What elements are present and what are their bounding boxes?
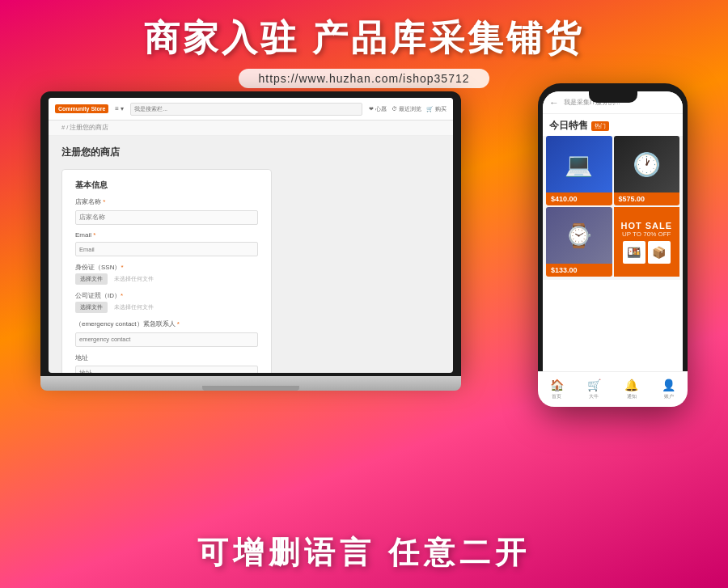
phone-screen: ← 我是采集IT服务的... 今日特售 热门 💻 <box>543 91 683 399</box>
phone-notch <box>589 91 637 103</box>
ssn-upload-btn[interactable]: 选择文件 <box>75 273 108 285</box>
product-card-laptop[interactable]: 💻 $410.00 <box>546 136 612 205</box>
notification-icon: 🔔 <box>624 379 638 391</box>
laptop-base <box>40 376 461 391</box>
email-label: Email * <box>75 231 258 239</box>
phone-device: ← 我是采集IT服务的... 今日特售 热门 💻 <box>538 83 688 407</box>
nav-item-home[interactable]: 🏠 首页 <box>550 379 564 399</box>
notification-label: 通知 <box>627 393 637 399</box>
emergency-contact-input[interactable] <box>75 332 258 347</box>
hot-sale-banner: HOT SALE UP TO 70% OFF 🍱 📦 <box>614 207 680 277</box>
nav-item-cart[interactable]: 🛒 大牛 <box>587 379 601 399</box>
recent-link[interactable]: ⏱ 最近浏览 <box>392 105 421 113</box>
hot-badge: 热门 <box>591 121 609 131</box>
address-field: 地址 <box>75 353 258 374</box>
emergency-contact-label: （emergency contact）紧急联系人 * <box>75 319 258 328</box>
laptop-product-img: 💻 <box>546 136 612 192</box>
watch-product-img: 🕐 <box>614 136 680 192</box>
product-card-watch[interactable]: 🕐 $575.00 <box>614 136 680 205</box>
form-section-title: 基本信息 <box>75 180 258 191</box>
search-input[interactable] <box>130 103 362 116</box>
ssn-upload-hint: 未选择任何文件 <box>114 275 154 283</box>
footer-text: 可增删语言 任意二开 <box>0 532 728 573</box>
hot-sale-title: HOT SALE <box>620 221 672 231</box>
laptop-screen: Community Store ≡ ▾ ❤ 心愿 ⏱ 最近浏览 🛒 购买 # /… <box>40 91 461 376</box>
store-name-field: 店家名称 * <box>75 197 258 225</box>
register-form-card: 基本信息 店家名称 * Email * <box>61 169 272 373</box>
address-label: 地址 <box>75 353 258 362</box>
laptop-price: $410.00 <box>546 192 612 205</box>
company-id-upload-hint: 未选择任何文件 <box>114 303 154 311</box>
url-bar: https://www.huzhan.com/ishop35712 <box>239 69 489 88</box>
ssn-label: 身份证（SSN）* <box>75 263 258 272</box>
product-card-fitband[interactable]: ⌚ $133.00 <box>546 207 612 277</box>
hot-sale-item-1: 🍱 <box>623 241 645 264</box>
laptop-device: Community Store ≡ ▾ ❤ 心愿 ⏱ 最近浏览 🛒 购买 # /… <box>40 91 461 391</box>
wishlist-link[interactable]: ❤ 心愿 <box>369 105 387 113</box>
company-id-field: 公司证照（ID）* 选择文件 未选择任何文件 <box>75 291 258 313</box>
emergency-contact-field: （emergency contact）紧急联系人 * <box>75 319 258 347</box>
account-icon: 👤 <box>662 379 675 391</box>
menu-icon[interactable]: ≡ ▾ <box>115 105 124 112</box>
phone-bottom-nav: 🏠 首页 🛒 大牛 🔔 通知 👤 账户 <box>543 371 683 399</box>
ssn-field: 身份证（SSN）* 选择文件 未选择任何文件 <box>75 263 258 285</box>
hot-sale-subtitle: UP TO 70% OFF <box>622 231 671 238</box>
address-input[interactable] <box>75 366 258 373</box>
devices-area: Community Store ≡ ▾ ❤ 心愿 ⏱ 最近浏览 🛒 购买 # /… <box>0 91 728 588</box>
store-name-label: 店家名称 * <box>75 197 258 206</box>
product-grid: 💻 $410.00 🕐 $575.00 <box>543 136 683 280</box>
email-field: Email * <box>75 231 258 257</box>
store-name-input[interactable] <box>75 210 258 225</box>
laptop-content: Community Store ≡ ▾ ❤ 心愿 ⏱ 最近浏览 🛒 购买 # /… <box>49 98 453 373</box>
header-actions: ❤ 心愿 ⏱ 最近浏览 🛒 购买 <box>369 105 447 113</box>
hot-sale-item-2: 📦 <box>648 241 671 264</box>
cart-icon: 🛒 <box>587 379 601 391</box>
main-container: 商家入驻 产品库采集铺货 https://www.huzhan.com/isho… <box>0 0 728 588</box>
nav-item-account[interactable]: 👤 账户 <box>662 379 675 399</box>
page-title: 商家入驻 产品库采集铺货 <box>144 15 584 62</box>
company-id-upload-btn[interactable]: 选择文件 <box>75 302 108 313</box>
breadcrumb: # / 注册您的商店 <box>49 121 453 136</box>
back-arrow-icon[interactable]: ← <box>549 97 559 108</box>
account-label: 账户 <box>664 393 674 399</box>
website-content: 注册您的商店 基本信息 店家名称 * Email * <box>49 136 453 373</box>
cart-link[interactable]: 🛒 购买 <box>426 105 447 113</box>
home-label: 首页 <box>552 393 561 399</box>
cart-label: 大牛 <box>589 393 599 399</box>
phone-outer: ← 我是采集IT服务的... 今日特售 热门 💻 <box>538 83 688 407</box>
home-icon: 🏠 <box>550 379 564 391</box>
deals-section-header: 今日特售 热门 <box>543 114 683 136</box>
email-input[interactable] <box>75 242 258 256</box>
website-header: Community Store ≡ ▾ ❤ 心愿 ⏱ 最近浏览 🛒 购买 <box>49 98 453 121</box>
fitband-price: $133.00 <box>546 264 612 277</box>
fitband-product-img: ⌚ <box>546 207 612 264</box>
site-logo: Community Store <box>55 104 108 113</box>
watch-price: $575.00 <box>614 192 680 205</box>
deals-title: 今日特售 <box>549 119 588 133</box>
nav-item-notification[interactable]: 🔔 通知 <box>624 379 638 399</box>
company-id-label: 公司证照（ID）* <box>75 291 258 300</box>
register-page-title: 注册您的商店 <box>61 146 440 159</box>
